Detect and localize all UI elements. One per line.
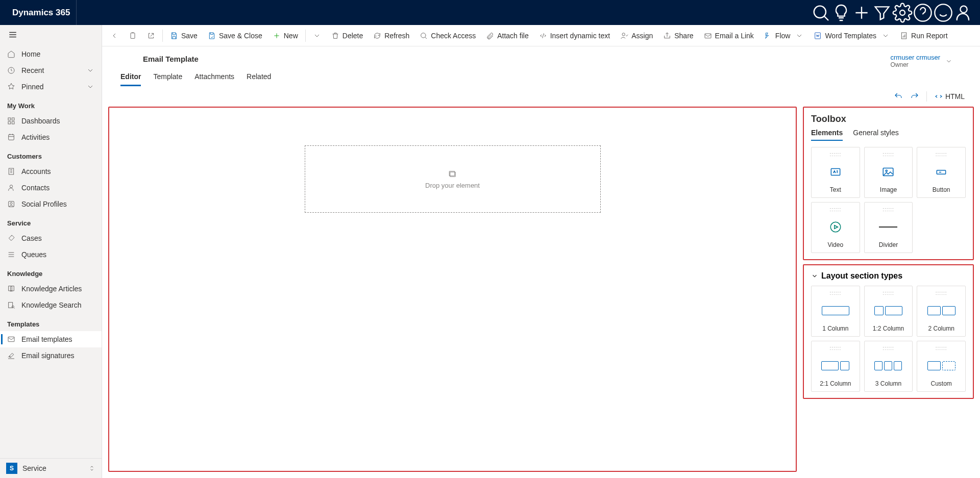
assign-label: Assign <box>631 32 653 40</box>
tab-editor[interactable]: Editor <box>120 72 141 86</box>
html-label: HTML <box>945 92 965 100</box>
chevron-down-icon <box>811 272 818 280</box>
nav-cases[interactable]: Cases <box>0 230 102 246</box>
save-close-button[interactable]: Save & Close <box>203 25 267 46</box>
grip-icon: :::::: <box>883 207 894 212</box>
element-text[interactable]: ::::::Text <box>811 147 860 198</box>
element-image[interactable]: ::::::Image <box>864 147 913 198</box>
share-button[interactable]: Share <box>658 25 698 46</box>
svg-point-4 <box>960 6 967 12</box>
svg-rect-7 <box>12 118 14 120</box>
section-customers: Customers <box>0 145 102 163</box>
site-map-toggle[interactable] <box>0 25 102 46</box>
layout-2-1-column[interactable]: ::::::2:1 Column <box>811 341 860 392</box>
svg-point-0 <box>814 6 826 17</box>
search-icon[interactable] <box>811 0 831 25</box>
layout-1-column[interactable]: ::::::1 Column <box>811 286 860 337</box>
layout-2-column[interactable]: ::::::2 Column <box>917 286 966 337</box>
nav-queues[interactable]: Queues <box>0 246 102 263</box>
tab-template[interactable]: Template <box>153 72 182 86</box>
nav-email-signatures[interactable]: Email signatures <box>0 347 102 364</box>
grip-icon: :::::: <box>829 290 841 296</box>
html-view-button[interactable]: HTML <box>934 92 965 101</box>
element-button[interactable]: ::::::Button <box>917 147 966 198</box>
nav-activities-label: Activities <box>21 133 50 141</box>
nav-home[interactable]: Home <box>0 46 102 62</box>
tab-related[interactable]: Related <box>247 72 271 86</box>
brand-title: Dynamics 365 <box>6 0 77 25</box>
nav-social-profiles[interactable]: Social Profiles <box>0 196 102 212</box>
new-dropdown[interactable] <box>308 25 326 46</box>
nav-label: Contacts <box>21 184 50 192</box>
user-icon[interactable] <box>953 0 974 25</box>
toolbox-tab-styles[interactable]: General styles <box>853 129 898 141</box>
filter-icon[interactable] <box>872 0 892 25</box>
section-service: Service <box>0 212 102 230</box>
flow-button[interactable]: Flow <box>759 25 809 46</box>
nav-recent[interactable]: Recent <box>0 62 102 79</box>
save-button[interactable]: Save <box>165 25 203 46</box>
drop-text: Drop your element <box>425 182 480 189</box>
nav-contacts[interactable]: Contacts <box>0 180 102 196</box>
refresh-button[interactable]: Refresh <box>368 25 414 46</box>
save-close-label: Save & Close <box>219 32 262 40</box>
nav-knowledge-search[interactable]: Knowledge Search <box>0 297 102 313</box>
popout-icon[interactable] <box>142 25 160 46</box>
nav-dashboards[interactable]: Dashboards <box>0 113 102 129</box>
check-access-label: Check Access <box>431 32 476 40</box>
nav-accounts[interactable]: Accounts <box>0 163 102 180</box>
nav-knowledge-articles[interactable]: Knowledge Articles <box>0 281 102 297</box>
separator <box>162 30 163 42</box>
undo-button[interactable] <box>894 92 903 101</box>
tile-label: Text <box>830 186 841 193</box>
nav-activities[interactable]: Activities <box>0 129 102 145</box>
drop-zone[interactable]: Drop your element <box>305 145 601 213</box>
delete-button[interactable]: Delete <box>326 25 368 46</box>
tile-label: 2:1 Column <box>820 380 851 387</box>
layout-custom[interactable]: ::::::Custom <box>917 341 966 392</box>
element-video[interactable]: ::::::Video <box>811 202 860 253</box>
svg-point-1 <box>900 10 905 15</box>
separator <box>926 91 927 102</box>
grip-icon: :::::: <box>829 207 841 212</box>
grip-icon: :::::: <box>936 152 947 157</box>
smiley-icon[interactable] <box>933 0 953 25</box>
add-icon[interactable] <box>851 0 872 25</box>
designer-canvas[interactable]: Drop your element <box>108 107 797 472</box>
attach-file-button[interactable]: Attach file <box>481 25 533 46</box>
help-icon[interactable] <box>913 0 933 25</box>
new-button[interactable]: New <box>267 25 303 46</box>
svg-rect-17 <box>8 337 14 341</box>
bulb-icon[interactable] <box>831 0 851 25</box>
redo-button[interactable] <box>910 92 919 101</box>
clipboard-icon[interactable] <box>124 25 142 46</box>
svg-rect-10 <box>9 135 14 140</box>
share-label: Share <box>674 32 693 40</box>
owner-field[interactable]: crmuser crmuser Owner <box>890 46 962 68</box>
email-link-button[interactable]: Email a Link <box>699 25 759 46</box>
element-divider[interactable]: ::::::Divider <box>864 202 913 253</box>
nav-pinned[interactable]: Pinned <box>0 79 102 95</box>
run-report-button[interactable]: Run Report <box>895 25 953 46</box>
svg-rect-18 <box>131 33 135 38</box>
layouts-header[interactable]: Layout section types <box>811 271 966 281</box>
tile-label: Divider <box>879 241 898 248</box>
nav-label: Queues <box>21 250 46 259</box>
svg-rect-8 <box>8 121 11 124</box>
area-switcher[interactable]: S Service <box>0 458 102 478</box>
gear-icon[interactable] <box>892 0 913 25</box>
layout-1-2-column[interactable]: ::::::1:2 Column <box>864 286 913 337</box>
back-button[interactable] <box>105 25 124 46</box>
tile-label: 1 Column <box>822 325 848 332</box>
assign-button[interactable]: Assign <box>615 25 658 46</box>
word-templates-button[interactable]: Word Templates <box>808 25 895 46</box>
toolbox-tab-elements[interactable]: Elements <box>811 129 843 141</box>
layout-3-column[interactable]: ::::::3 Column <box>864 341 913 392</box>
insert-dynamic-button[interactable]: Insert dynamic text <box>534 25 616 46</box>
grip-icon: :::::: <box>936 290 947 296</box>
check-access-button[interactable]: Check Access <box>414 25 481 46</box>
tab-attachments[interactable]: Attachments <box>194 72 234 86</box>
save-label: Save <box>181 32 198 40</box>
nav-email-templates[interactable]: Email templates <box>0 331 102 347</box>
svg-point-12 <box>10 185 12 188</box>
